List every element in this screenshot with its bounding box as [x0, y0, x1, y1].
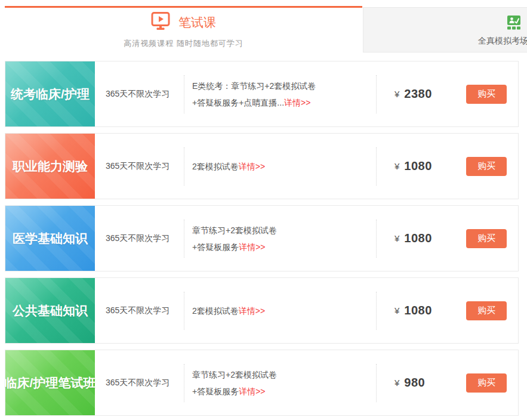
buy-button[interactable]: 购买 [466, 229, 507, 248]
course-description: 章节练习+2套模拟试卷详情>> +答疑板服务详情>> [184, 206, 376, 271]
course-duration-label: 365天不限次学习 [95, 206, 184, 271]
description-line-1: E类统考：章节练习+2套模拟试卷详情>> [192, 78, 376, 94]
course-description: 2套模拟试卷详情>> 详情>> [184, 278, 376, 343]
currency-symbol: ¥ [395, 233, 399, 243]
description-line-1: 章节练习+2套模拟试卷详情>> [192, 222, 376, 239]
description-line-1: 2套模拟试卷详情>> [192, 158, 376, 175]
buy-button[interactable]: 购买 [466, 85, 507, 104]
course-price: ¥ 2380 [377, 61, 466, 126]
course-price: ¥ 980 [377, 350, 466, 415]
course-duration-label: 365天不限次学习 [95, 278, 184, 343]
description-text-1: 2套模拟试卷 [192, 162, 239, 171]
description-line-1: 章节练习+2套模拟试卷详情>> [192, 366, 376, 383]
course-tile: 临床/护理笔试班 [5, 350, 95, 415]
course-tile: 统考临床/护理 [5, 61, 95, 126]
description-line-2: +答疑板服务+点睛直播...详情>> [192, 94, 376, 111]
currency-symbol: ¥ [395, 305, 399, 316]
course-duration-label: 365天不限次学习 [95, 61, 184, 126]
tab-written-course-label: 笔试课 [178, 14, 216, 31]
details-link[interactable]: 详情>> [239, 306, 265, 316]
currency-symbol: ¥ [395, 89, 399, 99]
course-card: 临床/护理笔试班 365天不限次学习 章节练习+2套模拟试卷详情>> +答疑板服… [5, 350, 519, 416]
course-card: 统考临床/护理 365天不限次学习 E类统考：章节练习+2套模拟试卷详情>> +… [5, 61, 519, 127]
tab-written-course-title-row: 笔试课 [151, 12, 216, 33]
description-text-1: 2套模拟试卷 [192, 306, 239, 316]
course-tile: 职业能力测验 [5, 134, 95, 199]
course-tile: 公共基础知识 [5, 278, 95, 343]
course-title: 职业能力测验 [13, 158, 88, 175]
description-line-2: +答疑板服务详情>> [192, 239, 376, 255]
course-description: 章节练习+2套模拟试卷详情>> +答疑板服务详情>> [184, 350, 376, 415]
price-value: 980 [404, 376, 425, 390]
currency-symbol: ¥ [395, 161, 399, 171]
currency-symbol: ¥ [395, 378, 399, 388]
price-value: 2380 [404, 87, 432, 101]
course-type-tabs: 笔试课 高清视频课程 随时随地都可学习 全真模拟考场 [0, 0, 527, 57]
description-line-1: 2套模拟试卷详情>> [192, 302, 376, 319]
tab-mock-exam-label: 全真模拟考场 [478, 36, 527, 47]
course-card: 医学基础知识 365天不限次学习 章节练习+2套模拟试卷详情>> +答疑板服务详… [5, 205, 519, 271]
price-value: 1080 [404, 159, 432, 173]
price-value: 1080 [404, 231, 432, 245]
course-price: ¥ 1080 [377, 134, 466, 199]
description-text-2: +答疑板服务 [192, 242, 239, 252]
description-text-1: 章节练习+2套模拟试卷 [192, 370, 277, 379]
tab-written-course[interactable]: 笔试课 高清视频课程 随时随地都可学习 [5, 6, 362, 53]
course-title: 医学基础知识 [13, 230, 88, 247]
tab-mock-exam[interactable]: 全真模拟考场 [363, 7, 527, 52]
course-tile: 医学基础知识 [5, 206, 95, 271]
description-text-2: +答疑板服务+点睛直播... [192, 98, 284, 107]
classroom-icon [506, 16, 522, 32]
course-description: E类统考：章节练习+2套模拟试卷详情>> +答疑板服务+点睛直播...详情>> [184, 61, 376, 126]
details-link[interactable]: 详情>> [239, 162, 265, 171]
monitor-play-icon [151, 12, 170, 33]
course-list: 统考临床/护理 365天不限次学习 E类统考：章节练习+2套模拟试卷详情>> +… [5, 61, 519, 420]
course-duration-label: 365天不限次学习 [95, 134, 184, 199]
description-text-2: +答疑板服务 [192, 387, 239, 396]
buy-button[interactable]: 购买 [466, 373, 507, 393]
course-card: 职业能力测验 365天不限次学习 2套模拟试卷详情>> 详情>> ¥ 1080 … [5, 133, 519, 199]
details-link[interactable]: 详情>> [239, 387, 265, 396]
price-value: 1080 [404, 304, 432, 317]
details-link[interactable]: 详情>> [239, 242, 265, 252]
course-price: ¥ 1080 [377, 278, 466, 343]
buy-button[interactable]: 购买 [466, 301, 507, 320]
description-line-2: +答疑板服务详情>> [192, 383, 376, 400]
details-link[interactable]: 详情>> [284, 98, 310, 107]
course-duration-label: 365天不限次学习 [95, 350, 184, 415]
course-card: 公共基础知识 365天不限次学习 2套模拟试卷详情>> 详情>> ¥ 1080 … [5, 277, 519, 344]
buy-button[interactable]: 购买 [466, 157, 507, 176]
description-text-1: 章节练习+2套模拟试卷 [192, 226, 277, 235]
description-text-1: E类统考：章节练习+2套模拟试卷 [192, 81, 316, 91]
course-price: ¥ 1080 [377, 206, 466, 271]
course-title: 公共基础知识 [13, 302, 88, 319]
course-title: 临床/护理笔试班 [5, 375, 96, 391]
course-title: 统考临床/护理 [11, 86, 90, 103]
course-description: 2套模拟试卷详情>> 详情>> [184, 134, 376, 199]
tab-written-course-subtitle: 高清视频课程 随时随地都可学习 [124, 38, 244, 49]
